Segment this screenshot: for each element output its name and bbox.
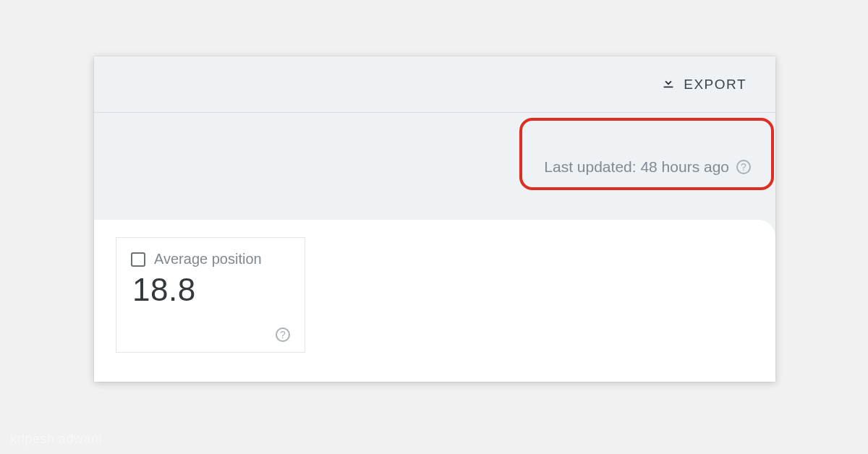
metric-checkbox[interactable] <box>131 252 145 267</box>
download-icon <box>660 74 676 94</box>
cards-area: Average position 18.8 ? <box>94 220 775 382</box>
help-icon[interactable]: ? <box>736 160 751 174</box>
report-panel: EXPORT Last updated: 48 hours ago ? Aver… <box>94 56 775 382</box>
export-button[interactable]: EXPORT <box>660 74 746 94</box>
average-position-card[interactable]: Average position 18.8 ? <box>116 237 305 353</box>
metric-header: Average position <box>131 251 290 267</box>
last-updated-text: Last updated: 48 hours ago <box>544 158 729 176</box>
status-row: Last updated: 48 hours ago ? <box>94 113 775 221</box>
toolbar: EXPORT <box>94 56 775 113</box>
export-label: EXPORT <box>684 77 746 93</box>
metric-value: 18.8 <box>132 272 290 308</box>
help-icon[interactable]: ? <box>276 327 290 342</box>
watermark: kripesh adwani <box>10 432 102 447</box>
metric-label: Average position <box>154 251 262 267</box>
